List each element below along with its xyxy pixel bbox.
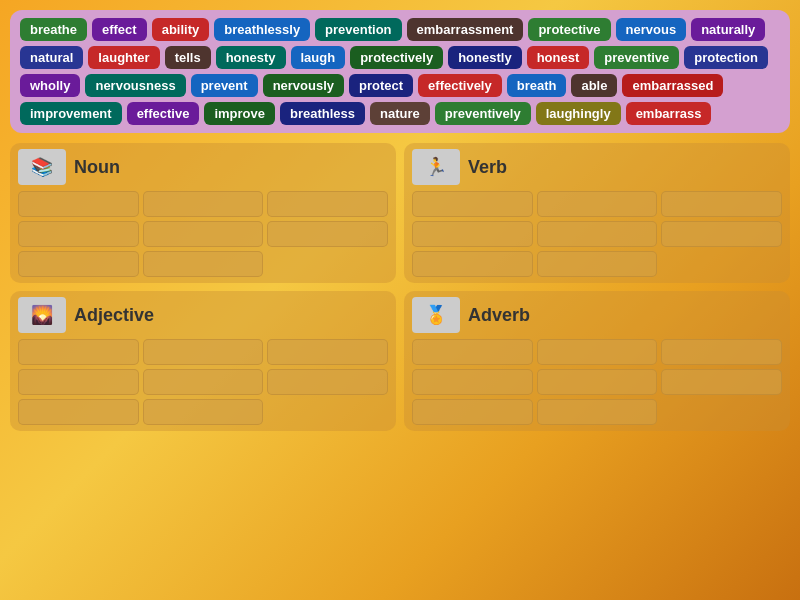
verb-icon: 🏃 — [412, 149, 460, 185]
adverb-drop-grid — [412, 339, 782, 425]
verb-slot[interactable] — [661, 221, 782, 247]
word-chip[interactable]: nervous — [616, 18, 687, 41]
adjective-drop-grid — [18, 339, 388, 425]
word-chip[interactable]: effectively — [418, 74, 502, 97]
adjective-slot[interactable] — [18, 399, 139, 425]
word-chip[interactable]: ability — [152, 18, 210, 41]
word-chip[interactable]: wholly — [20, 74, 80, 97]
adverb-title: Adverb — [468, 305, 530, 326]
adverb-icon: 🏅 — [412, 297, 460, 333]
word-chip[interactable]: embarrassed — [622, 74, 723, 97]
adverb-slot[interactable] — [412, 369, 533, 395]
adverb-slot[interactable] — [661, 369, 782, 395]
word-chip[interactable]: effect — [92, 18, 147, 41]
adverb-category: 🏅 Adverb — [404, 291, 790, 431]
word-chip[interactable]: preventive — [594, 46, 679, 69]
adverb-slot[interactable] — [412, 399, 533, 425]
word-chip[interactable]: nervousness — [85, 74, 185, 97]
word-chip[interactable]: nature — [370, 102, 430, 125]
noun-slot[interactable] — [143, 191, 264, 217]
noun-slot[interactable] — [18, 251, 139, 277]
verb-slot[interactable] — [412, 221, 533, 247]
adjective-category: 🌄 Adjective — [10, 291, 396, 431]
adverb-slot[interactable] — [537, 339, 658, 365]
verb-slot[interactable] — [537, 221, 658, 247]
verb-title: Verb — [468, 157, 507, 178]
word-chip[interactable]: protective — [528, 18, 610, 41]
adverb-slot[interactable] — [537, 399, 658, 425]
adjective-slot[interactable] — [267, 339, 388, 365]
adverb-slot[interactable] — [661, 339, 782, 365]
word-chip[interactable]: protectively — [350, 46, 443, 69]
noun-icon: 📚 — [18, 149, 66, 185]
noun-category: 📚 Noun — [10, 143, 396, 283]
word-chip[interactable]: preventively — [435, 102, 531, 125]
categories-grid: 📚 Noun 🏃 Verb — [10, 143, 790, 431]
word-chip[interactable]: naturally — [691, 18, 765, 41]
word-chip[interactable]: honest — [527, 46, 590, 69]
verb-slot[interactable] — [537, 251, 658, 277]
adjective-slot[interactable] — [18, 369, 139, 395]
adjective-title: Adjective — [74, 305, 154, 326]
word-chip[interactable]: able — [571, 74, 617, 97]
word-chip[interactable]: laughter — [88, 46, 159, 69]
verb-slot[interactable] — [537, 191, 658, 217]
word-chip[interactable]: laughingly — [536, 102, 621, 125]
word-chip[interactable]: effective — [127, 102, 200, 125]
word-chip[interactable]: improve — [204, 102, 275, 125]
verb-slot[interactable] — [661, 191, 782, 217]
word-chip[interactable]: breathless — [280, 102, 365, 125]
word-chip[interactable]: breath — [507, 74, 567, 97]
word-chip[interactable]: tells — [165, 46, 211, 69]
adjective-slot[interactable] — [267, 369, 388, 395]
word-chip[interactable]: protection — [684, 46, 768, 69]
adverb-slot[interactable] — [537, 369, 658, 395]
verb-slot[interactable] — [412, 191, 533, 217]
adjective-slot[interactable] — [18, 339, 139, 365]
word-bank: breatheeffectabilitybreathlesslypreventi… — [10, 10, 790, 133]
word-chip[interactable]: embarrassment — [407, 18, 524, 41]
adjective-slot[interactable] — [143, 339, 264, 365]
word-chip[interactable]: laugh — [291, 46, 346, 69]
adjective-icon: 🌄 — [18, 297, 66, 333]
word-chip[interactable]: embarrass — [626, 102, 712, 125]
noun-slot[interactable] — [267, 221, 388, 247]
word-chip[interactable]: natural — [20, 46, 83, 69]
noun-drop-grid — [18, 191, 388, 277]
adjective-slot[interactable] — [143, 369, 264, 395]
word-chip[interactable]: breathe — [20, 18, 87, 41]
noun-slot[interactable] — [18, 191, 139, 217]
noun-slot[interactable] — [143, 221, 264, 247]
noun-title: Noun — [74, 157, 120, 178]
word-chip[interactable]: nervously — [263, 74, 344, 97]
word-chip[interactable]: honesty — [216, 46, 286, 69]
word-chip[interactable]: prevention — [315, 18, 401, 41]
word-chip[interactable]: honestly — [448, 46, 521, 69]
verb-slot[interactable] — [412, 251, 533, 277]
word-chip[interactable]: protect — [349, 74, 413, 97]
noun-slot[interactable] — [18, 221, 139, 247]
word-chip[interactable]: prevent — [191, 74, 258, 97]
noun-slot[interactable] — [267, 191, 388, 217]
verb-drop-grid — [412, 191, 782, 277]
word-chip[interactable]: breathlessly — [214, 18, 310, 41]
adjective-slot[interactable] — [143, 399, 264, 425]
noun-slot[interactable] — [143, 251, 264, 277]
verb-category: 🏃 Verb — [404, 143, 790, 283]
adverb-slot[interactable] — [412, 339, 533, 365]
word-chip[interactable]: improvement — [20, 102, 122, 125]
